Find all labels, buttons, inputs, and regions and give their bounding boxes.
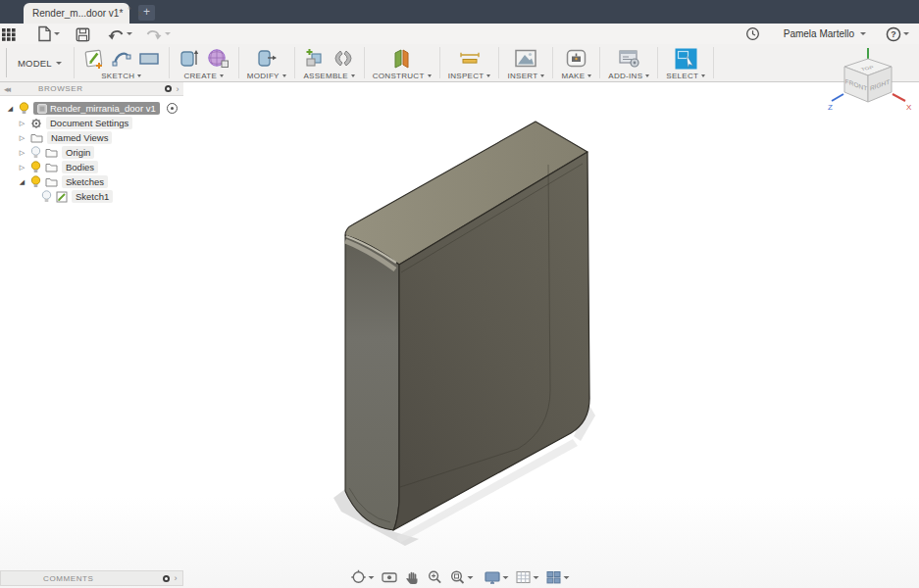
- group-label-insert[interactable]: INSERT: [507, 72, 544, 80]
- group-label-modify[interactable]: MODIFY: [247, 72, 286, 80]
- ribbon-separator: [713, 47, 714, 78]
- component-icon: [37, 104, 47, 114]
- expander-collapsed-icon[interactable]: ▷: [18, 134, 26, 142]
- tree-row[interactable]: ▷ Named Views: [0, 130, 183, 145]
- layout-grid-button[interactable]: [515, 569, 538, 585]
- select-cursor-icon[interactable]: [674, 47, 698, 71]
- ribbon-group-select: SELECT: [658, 44, 713, 81]
- insert-image-icon[interactable]: [513, 47, 538, 70]
- tree-row[interactable]: ▷ Document Settings: [0, 116, 183, 130]
- spline-icon[interactable]: [111, 47, 132, 70]
- clock-icon[interactable]: [745, 26, 760, 41]
- group-label-select[interactable]: SELECT: [666, 72, 705, 80]
- browser-header[interactable]: ◂◂ BROWSER ›: [0, 82, 183, 96]
- orbit-button[interactable]: [350, 569, 374, 585]
- save-icon: [75, 26, 90, 42]
- 3d-print-icon[interactable]: [564, 47, 588, 70]
- bulb-on-icon[interactable]: [30, 161, 41, 173]
- panel-expand-arrow-icon[interactable]: ›: [176, 84, 179, 94]
- zoom-button[interactable]: [427, 569, 442, 585]
- 3d-viewport[interactable]: Z X TOP FRONT RIGHT ◂◂ BROWSER › ◢: [0, 82, 919, 588]
- expander-expanded-icon[interactable]: ◢: [18, 178, 26, 186]
- chevron-down-icon: [54, 32, 60, 35]
- create-sketch-icon[interactable]: [82, 47, 106, 70]
- folder-icon: [45, 176, 58, 187]
- tree-row[interactable]: ◢ Sketches: [0, 174, 183, 189]
- collapse-panel-icon[interactable]: ◂◂: [4, 84, 9, 94]
- tree-item-label: Origin: [66, 147, 90, 158]
- ribbon-toolbar: MODEL: [0, 44, 919, 82]
- chevron-down-icon: [587, 74, 591, 77]
- chevron-down-icon: [645, 74, 649, 77]
- z-axis-label: Z: [828, 103, 833, 112]
- press-pull-icon[interactable]: [255, 47, 279, 70]
- new-component-icon[interactable]: [303, 47, 327, 70]
- tree-row[interactable]: Sketch1: [0, 189, 183, 204]
- group-label-assemble[interactable]: ASSEMBLE: [303, 72, 355, 80]
- ribbon-group-sketch: SKETCH: [75, 44, 169, 81]
- undo-button[interactable]: [107, 26, 132, 41]
- fit-button[interactable]: [449, 569, 473, 585]
- browser-panel: ◂◂ BROWSER › ◢: [0, 82, 183, 204]
- construction-plane-icon[interactable]: [390, 47, 414, 70]
- chevron-down-icon: [351, 74, 355, 77]
- model-left-face: [345, 235, 399, 530]
- viewports-icon: [545, 569, 561, 585]
- measure-icon[interactable]: [457, 47, 483, 70]
- redo-button[interactable]: [145, 26, 171, 41]
- expander-expanded-icon[interactable]: ◢: [6, 105, 15, 113]
- save-button[interactable]: [75, 26, 90, 42]
- display-settings-button[interactable]: [484, 569, 508, 585]
- z-axis: [832, 94, 843, 101]
- expander-collapsed-icon[interactable]: ▷: [18, 149, 26, 157]
- pan-button[interactable]: [404, 569, 420, 585]
- bulb-on-icon[interactable]: [19, 102, 29, 115]
- rectangle-icon[interactable]: [137, 47, 161, 70]
- group-label-construct[interactable]: CONSTRUCT: [373, 72, 432, 80]
- group-label-make[interactable]: MAKE: [561, 72, 591, 80]
- panel-options-icon[interactable]: [163, 575, 170, 582]
- look-at-button[interactable]: [381, 569, 397, 585]
- expander-collapsed-icon[interactable]: ▷: [18, 164, 26, 172]
- root-node-label: Render_mirrania_door v1: [50, 103, 156, 114]
- close-tab-icon[interactable]: ✕: [136, 9, 144, 19]
- scripts-addins-icon[interactable]: [617, 47, 641, 70]
- group-label-inspect[interactable]: INSPECT: [448, 72, 491, 80]
- expander-collapsed-icon[interactable]: ▷: [18, 120, 26, 127]
- extrude-box-icon[interactable]: [178, 47, 201, 70]
- comments-title: COMMENTS: [6, 574, 163, 583]
- workspace-switcher[interactable]: MODEL: [7, 44, 74, 81]
- group-label-addins[interactable]: ADD-INS: [608, 72, 649, 80]
- look-at-icon: [381, 569, 397, 585]
- user-menu[interactable]: Pamela Martello: [784, 28, 866, 39]
- form-sphere-icon[interactable]: [206, 47, 230, 70]
- tree-row[interactable]: ▷ Origin: [0, 145, 183, 160]
- tree-row-root[interactable]: ◢ Render_mirrania_door v1: [0, 101, 183, 116]
- bulb-off-icon[interactable]: [30, 146, 41, 159]
- zoom-icon: [427, 569, 442, 585]
- quick-toolbar: Pamela Martello ?: [0, 24, 919, 44]
- root-node-chip[interactable]: Render_mirrania_door v1: [33, 102, 160, 115]
- comments-panel-header[interactable]: COMMENTS ›: [0, 570, 183, 586]
- document-tab[interactable]: Render_m...door v1* ° ✕: [24, 3, 129, 24]
- group-label-sketch[interactable]: SKETCH: [101, 72, 141, 80]
- activate-component-radio[interactable]: [167, 103, 178, 114]
- panel-options-icon[interactable]: [165, 85, 172, 92]
- bulb-on-icon[interactable]: [30, 175, 41, 188]
- panel-expand-arrow-icon[interactable]: ›: [174, 573, 178, 583]
- group-label-create[interactable]: CREATE: [183, 72, 224, 80]
- gear-icon: [30, 118, 42, 129]
- tree-row[interactable]: ▷ Bodies: [0, 160, 183, 174]
- tree-item-label: Document Settings: [50, 118, 128, 128]
- file-menu-button[interactable]: [36, 25, 60, 42]
- apps-grid-icon[interactable]: [2, 27, 16, 41]
- tree-item-label: Sketches: [66, 176, 104, 187]
- help-menu[interactable]: ?: [886, 26, 909, 42]
- chevron-down-icon: [220, 74, 224, 77]
- view-cube[interactable]: Z X TOP FRONT RIGHT: [823, 45, 913, 129]
- viewports-button[interactable]: [545, 569, 569, 585]
- joint-icon[interactable]: [332, 47, 356, 70]
- file-menu-icon: [36, 25, 52, 42]
- ribbon-group-assemble: ASSEMBLE: [295, 44, 364, 81]
- bulb-off-icon[interactable]: [41, 190, 52, 203]
